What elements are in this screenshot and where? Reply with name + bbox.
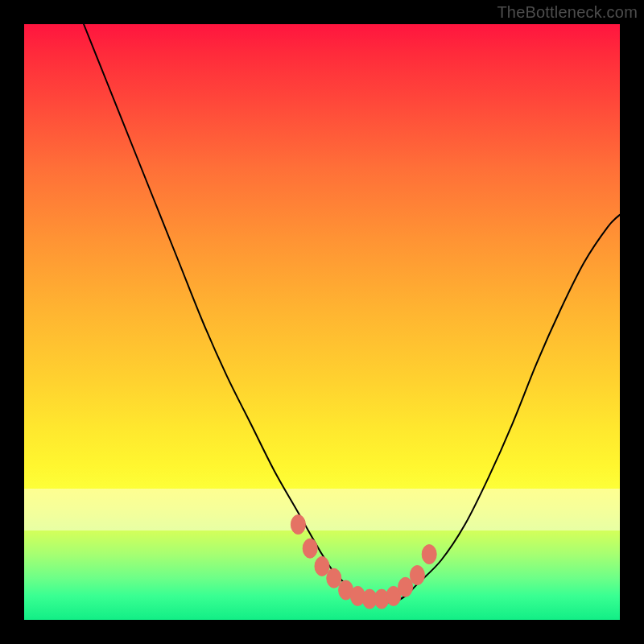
curve-marker: [339, 580, 353, 600]
curve-marker: [422, 545, 436, 564]
curve-marker: [291, 515, 305, 535]
plot-area: [24, 24, 620, 620]
curve-marker: [327, 568, 341, 588]
marker-group: [291, 515, 436, 609]
curve-marker: [386, 586, 401, 605]
curve-marker: [398, 577, 413, 597]
watermark-text: TheBottleneck.com: [497, 3, 638, 22]
curve-marker: [410, 566, 424, 585]
curve-layer: [24, 24, 620, 620]
curve-marker: [315, 556, 329, 576]
curve-marker: [362, 589, 377, 609]
chart-frame: TheBottleneck.com: [0, 0, 644, 644]
curve-marker: [303, 539, 317, 558]
curve-marker: [374, 589, 389, 609]
bottleneck-curve: [84, 24, 620, 602]
highlight-band: [24, 489, 620, 530]
curve-marker: [350, 586, 365, 605]
